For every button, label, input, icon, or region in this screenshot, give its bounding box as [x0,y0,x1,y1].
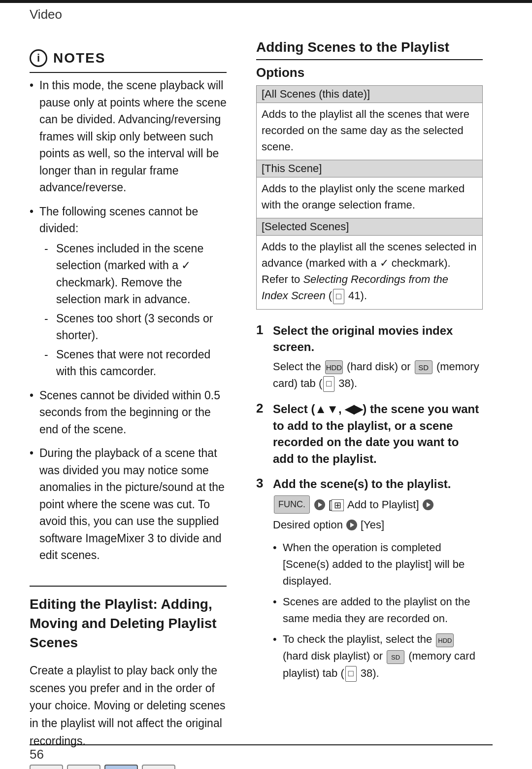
option-3-header: [Selected Scenes] [257,218,482,236]
bullet-2: Scenes are added to the playlist on the … [273,594,483,627]
mem-icon: SD [415,360,432,374]
notes-item-1: In this mode, the scene playback will pa… [30,77,227,196]
step-1: 1 Select the original movies index scree… [256,322,483,392]
playlist-icon-box [104,765,138,769]
step-3-bullets: When the operation is completed [Scene(s… [273,539,483,682]
page-header: Video [30,7,62,22]
section-divider [30,586,227,587]
option-3-body: Adds to the playlist all the scenes sele… [257,236,482,309]
info-icon: i [30,49,47,67]
option-1-body: Adds to the playlist all the scenes that… [257,103,482,160]
option-2-body: Adds to the playlist only the scene mark… [257,177,482,218]
step-3: 3 Add the scene(s) to the playlist. FUNC… [256,476,483,681]
hdd-icon: HDD [325,360,343,374]
notes-item-3: Scenes cannot be divided within 0.5 seco… [30,387,227,438]
notes-list: In this mode, the scene playback will pa… [30,77,227,571]
step-2-number: 2 [256,401,268,416]
movie-icon-box [30,765,63,769]
camera-icon-box [67,765,100,769]
step3-add-playlist: [⊞ Add to Playlist] [329,495,419,514]
notes-subitem-2-3: Scenes that were not recorded with this … [44,346,227,380]
step-3-body: FUNC. [⊞ Add to Playlist] Desired option… [273,495,483,534]
options-table: [All Scenes (this date)] Adds to the pla… [256,85,483,310]
step3-yes: [Yes] [361,516,384,534]
step-2: 2 Select (▲▼, ◀▶) the scene you want to … [256,401,483,467]
bullet-1: When the operation is completed [Scene(s… [273,539,483,590]
mem-playlist-icon: SD [387,650,404,664]
notes-header: i NOTES [30,49,227,73]
func-button: FUNC. [274,495,310,514]
steps-section: 1 Select the original movies index scree… [256,322,483,691]
page-content: i NOTES In this mode, the scene playback… [0,30,532,730]
notes-subitem-2-2: Scenes too short (3 seconds or shorter). [44,310,227,344]
step-2-title: Select (▲▼, ◀▶) the scene you want to ad… [273,401,483,467]
step-3-title: Add the scene(s) to the playlist. [273,476,451,492]
step-1-number: 1 [256,322,268,338]
icon-row [30,765,227,769]
step3-arrow1 [314,499,325,510]
option-1-header: [All Scenes (this date)] [257,86,482,103]
notes-subitem-2-1: Scenes included in the scene selection (… [44,240,227,308]
step-1-title: Select the original movies index screen. [273,322,483,355]
play-icon-box [142,765,175,769]
notes-title: NOTES [53,50,105,66]
page-number: 56 [30,747,44,762]
notes-sublist-2: Scenes included in the scene selection (… [44,240,227,380]
right-section-heading: Adding Scenes to the Playlist [256,39,483,60]
options-subheading: Options [256,65,483,80]
step3-desired-option: Desired option [273,516,343,534]
notes-item-4: During the playback of a scene that was … [30,445,227,564]
bottom-border [30,744,493,745]
hdd-playlist-icon: HDD [436,633,454,647]
bullet-3: To check the playlist, select the HDD (h… [273,631,483,681]
step3-arrow2 [423,499,433,510]
notes-item-2: The following scenes cannot be divided: … [30,203,227,380]
editing-heading: Editing the Playlist: Adding, Moving and… [30,594,227,653]
step-3-header: 3 Add the scene(s) to the playlist. [256,476,483,492]
step-1-body: Select the HDD (hard disk) or SD (memory… [273,358,483,392]
step-2-header: 2 Select (▲▼, ◀▶) the scene you want to … [256,401,483,467]
step3-arrow3 [346,520,357,530]
option-2-header: [This Scene] [257,160,482,177]
left-column: i NOTES In this mode, the scene playback… [0,30,246,730]
editing-body: Create a playlist to play back only the … [30,662,227,750]
step-1-header: 1 Select the original movies index scree… [256,322,483,355]
right-column: Adding Scenes to the Playlist Options [A… [246,30,502,730]
step-3-number: 3 [256,476,268,491]
top-border [0,0,532,3]
